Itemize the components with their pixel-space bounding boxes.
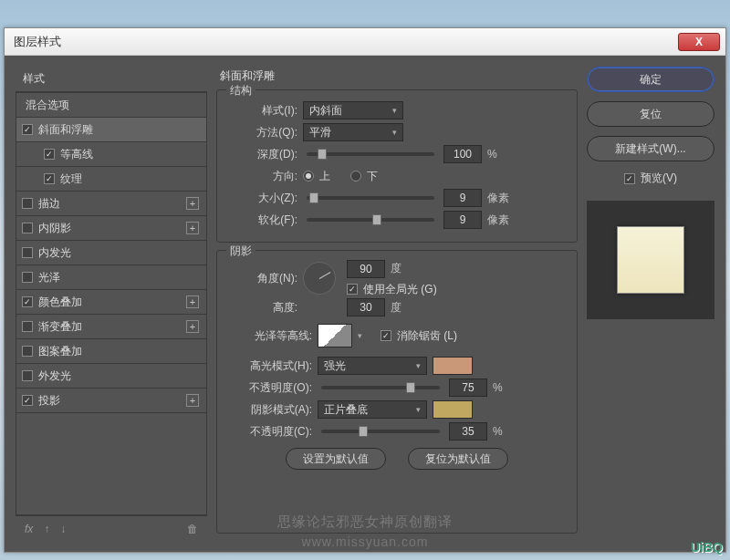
highlight-color-swatch[interactable] [433,357,473,375]
shadow-opacity-label: 不透明度(C): [228,424,312,440]
shadow-opacity-slider[interactable] [321,430,440,433]
new-style-label: 新建样式(W)... [615,141,685,157]
style-item-contour[interactable]: 等高线 [16,142,206,167]
ok-button[interactable]: 确定 [587,67,714,92]
style-label: 等高线 [60,147,93,162]
window-title: 图层样式 [10,34,678,50]
titlebar[interactable]: 图层样式 X [5,28,725,56]
highlight-opacity-slider[interactable] [321,386,440,389]
checkbox-icon[interactable] [22,395,33,406]
checkbox-icon[interactable] [22,346,33,357]
preview-checkbox[interactable] [624,173,635,184]
make-default-label: 设置为默认值 [303,451,369,467]
layer-style-dialog: 图层样式 X 样式 混合选项 斜面和浮雕 等高线 [4,27,726,553]
highlight-mode-value: 强光 [324,358,346,374]
style-item-texture[interactable]: 纹理 [16,167,206,192]
style-item-inner-shadow[interactable]: 内阴影 + [16,216,206,241]
reset-default-button[interactable]: 复位为默认值 [408,448,508,470]
structure-legend: 结构 [226,83,256,99]
checkbox-icon[interactable] [22,223,33,233]
style-item-inner-glow[interactable]: 内发光 [16,241,206,265]
plus-icon[interactable]: + [186,394,199,407]
angle-widget[interactable] [303,262,336,295]
arrow-up-icon[interactable]: ↑ [44,523,49,535]
section-title: 斜面和浮雕 [216,67,578,89]
global-light-checkbox[interactable] [347,284,358,295]
checkbox-icon[interactable] [22,296,33,307]
blending-options-item[interactable]: 混合选项 [16,93,206,118]
technique-select-value: 平滑 [309,125,331,140]
trash-icon[interactable]: 🗑 [187,523,198,535]
checkbox-icon[interactable] [22,247,33,258]
technique-select[interactable]: 平滑 ▾ [303,123,403,141]
arrow-down-icon[interactable]: ↓ [60,523,66,535]
highlight-opacity-field[interactable]: 75 [449,379,487,397]
new-style-button[interactable]: 新建样式(W)... [587,136,714,161]
plus-icon[interactable]: + [186,296,199,308]
close-button[interactable]: X [678,33,720,51]
cancel-label: 复位 [640,107,662,122]
plus-icon[interactable]: + [186,197,199,210]
depth-label: 深度(D): [228,147,297,162]
settings-panel: 斜面和浮雕 结构 样式(I): 内斜面 ▾ 方法(Q): 平滑 ▾ [216,67,578,541]
style-item-satin[interactable]: 光泽 [16,265,206,290]
checkbox-icon[interactable] [22,124,33,135]
altitude-field[interactable]: 30 [347,298,385,316]
style-list-toolbar: fx ↑ ↓ 🗑 [16,515,207,541]
plus-icon[interactable]: + [186,222,199,234]
angle-field[interactable]: 90 [347,260,385,278]
structure-fieldset: 结构 样式(I): 内斜面 ▾ 方法(Q): 平滑 ▾ 深度(D [216,89,578,243]
depth-slider[interactable] [307,152,434,156]
direction-down-radio[interactable] [350,171,361,181]
chevron-down-icon[interactable]: ▾ [358,331,362,340]
altitude-label: 高度: [228,300,297,316]
checkbox-icon[interactable] [22,272,33,283]
style-item-drop-shadow[interactable]: 投影 + [16,389,206,413]
checkbox-icon[interactable] [22,370,33,381]
style-item-pattern-overlay[interactable]: 图案叠加 [16,339,206,364]
cancel-button[interactable]: 复位 [587,101,714,127]
shadow-color-swatch[interactable] [433,400,473,419]
antialias-checkbox[interactable] [381,330,391,341]
shading-legend: 阴影 [226,244,256,259]
soften-field[interactable]: 9 [443,211,482,229]
size-field[interactable]: 9 [443,189,482,207]
style-label: 图案叠加 [38,344,82,359]
style-item-outer-glow[interactable]: 外发光 [16,364,206,389]
highlight-mode-select[interactable]: 强光 ▾ [318,357,427,375]
style-label: 投影 [38,393,60,409]
make-default-button[interactable]: 设置为默认值 [286,448,386,470]
gloss-contour-label: 光泽等高线: [228,328,312,344]
direction-down-label: 下 [367,169,378,184]
style-item-stroke[interactable]: 描边 + [16,192,206,216]
checkbox-icon[interactable] [44,173,55,184]
plus-icon[interactable]: + [186,320,199,333]
depth-field[interactable]: 100 [443,145,482,163]
soften-slider[interactable] [307,218,434,222]
style-select-value: 内斜面 [309,103,342,119]
checkbox-icon[interactable] [22,198,33,209]
right-panel: 确定 复位 新建样式(W)... 预览(V) [587,67,714,541]
style-label: 纹理 [60,171,82,187]
preview-area [587,201,714,319]
altitude-unit: 度 [391,300,418,316]
preview-swatch [617,226,684,294]
style-label: 颜色叠加 [38,295,82,310]
shadow-mode-select[interactable]: 正片叠底 ▾ [318,400,427,419]
style-select[interactable]: 内斜面 ▾ [303,101,403,119]
dialog-body: 样式 混合选项 斜面和浮雕 等高线 纹理 [5,56,725,552]
style-item-color-overlay[interactable]: 颜色叠加 + [16,290,206,315]
style-label: 样式(I): [228,103,297,119]
style-item-bevel[interactable]: 斜面和浮雕 [16,118,206,142]
ok-label: 确定 [640,72,662,88]
checkbox-icon[interactable] [22,321,33,332]
shadow-opacity-field[interactable]: 35 [449,422,487,441]
styles-header: 样式 [16,67,207,92]
gloss-contour-picker[interactable] [318,324,352,347]
size-slider[interactable] [307,196,434,200]
direction-up-radio[interactable] [303,171,314,181]
shadow-mode-value: 正片叠底 [324,402,368,418]
fx-icon[interactable]: fx [25,523,33,535]
style-item-gradient-overlay[interactable]: 渐变叠加 + [16,315,206,339]
checkbox-icon[interactable] [44,149,55,160]
